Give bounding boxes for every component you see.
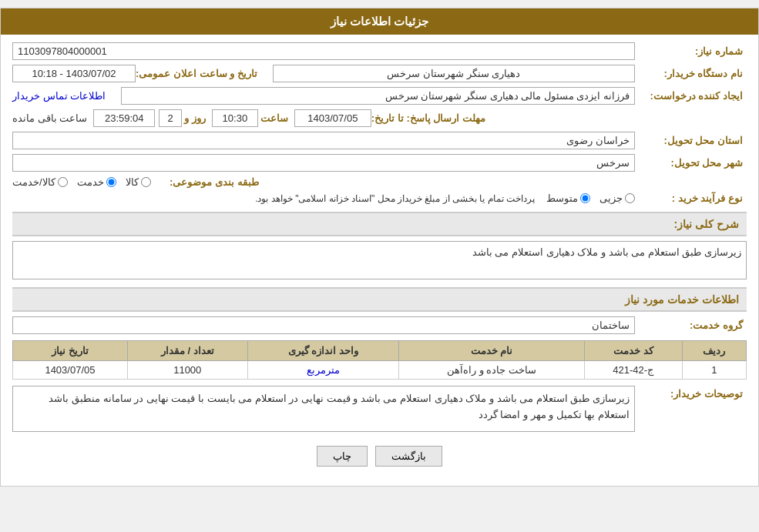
category-kala-khedmat[interactable]: کالا/خدمت: [12, 176, 68, 188]
need-description-value: زیرسازی طبق استعلام می باشد و ملاک دهیار…: [12, 241, 747, 279]
cell-service-code: ج-42-421: [584, 361, 682, 380]
contact-info-link[interactable]: اطلاعات تماس خریدار: [12, 90, 106, 102]
city-label: شهر محل تحویل:: [635, 157, 743, 169]
cell-unit: مترمربع: [247, 361, 398, 380]
table-row: 1 ج-42-421 ساخت جاده و راه‌آهن مترمربع 1…: [13, 361, 747, 380]
buttons-row: بازگشت چاپ: [12, 438, 747, 478]
response-time-label: ساعت: [260, 112, 288, 124]
response-deadline-row: مهلت ارسال پاسخ: تا تاریخ: 1403/07/05 سا…: [12, 109, 747, 127]
cell-date: 1403/07/05: [13, 361, 128, 380]
response-deadline-label: مهلت ارسال پاسخ: تا تاریخ:: [371, 112, 485, 124]
buyer-org-row: نام دستگاه خریدار: دهیاری سنگر شهرستان س…: [12, 65, 747, 82]
col-date: تاریخ نیاز: [13, 341, 128, 361]
purchase-type-row: نوع فرآیند خرید : جزیی متوسط پرداخت تمام…: [12, 192, 747, 204]
province-value: خراسان رضوی: [12, 132, 635, 149]
requester-label: ایجاد کننده درخواست:: [635, 90, 743, 102]
city-value: سرخس: [12, 154, 635, 172]
need-number-value: 1103097804000001: [12, 42, 635, 60]
province-row: استان محل تحویل: خراسان رضوی: [12, 132, 747, 149]
back-button[interactable]: بازگشت: [375, 446, 442, 467]
purchase-type-label: نوع فرآیند خرید :: [635, 192, 743, 204]
category-row: طبقه بندی موضوعی: کالا خدمت کالا/خدمت: [12, 176, 747, 188]
requester-row: ایجاد کننده درخواست: فرزانه ایزدی مسئول …: [12, 87, 747, 105]
service-group-label: گروه خدمت:: [635, 320, 743, 331]
page-header: جزئیات اطلاعات نیاز: [1, 8, 758, 35]
cell-qty: 11000: [127, 361, 247, 380]
buyer-org-label: نام دستگاه خریدار:: [635, 68, 743, 79]
purchase-type-radio-group: جزیی متوسط: [546, 192, 635, 204]
print-button[interactable]: چاپ: [317, 446, 368, 467]
response-days: 2: [159, 109, 182, 127]
services-section-title: اطلاعات خدمات مورد نیاز: [625, 293, 739, 306]
services-section-header: اطلاعات خدمات مورد نیاز: [12, 287, 747, 312]
need-number-label: شماره نیاز:: [635, 45, 743, 57]
response-remaining-label: ساعت باقی مانده: [12, 112, 87, 124]
category-khedmat[interactable]: خدمت: [77, 176, 116, 188]
need-number-row: شماره نیاز: 1103097804000001: [12, 42, 747, 60]
purchase-type-motevaset[interactable]: متوسط: [546, 192, 590, 204]
response-date: 1403/07/05: [294, 109, 371, 127]
need-description-label: شرح کلی نیاز:: [674, 218, 739, 230]
city-row: شهر محل تحویل: سرخس: [12, 154, 747, 172]
category-radio-group: کالا خدمت کالا/خدمت: [12, 176, 151, 188]
category-label: طبقه بندی موضوعی:: [151, 176, 259, 188]
buyer-notes-label: توصیحات خریدار:: [635, 386, 743, 400]
announcement-datetime-label: تاریخ و ساعت اعلان عمومی:: [136, 68, 257, 79]
buyer-org-value: دهیاری سنگر شهرستان سرخس: [273, 65, 635, 82]
purchase-type-note: پرداخت تمام یا بخشی از مبلغ خریداز محل "…: [12, 193, 539, 204]
col-service-name: نام خدمت: [398, 341, 584, 361]
category-kala[interactable]: کالا: [126, 176, 151, 188]
service-group-value: ساختمان: [12, 316, 635, 334]
response-remaining: 23:59:04: [93, 109, 155, 127]
service-group-row: گروه خدمت: ساختمان: [12, 316, 747, 334]
cell-row-num: 1: [682, 361, 746, 380]
col-service-code: کد خدمت: [584, 341, 682, 361]
requester-value: فرزانه ایزدی مسئول مالی دهیاری سنگر شهرس…: [121, 87, 635, 105]
response-time: 10:30: [212, 109, 258, 127]
response-days-label: روز و: [184, 112, 206, 124]
page-title: جزئیات اطلاعات نیاز: [331, 15, 428, 28]
buyer-notes-section: توصیحات خریدار: زیرسازی طبق استعلام می ب…: [12, 386, 747, 432]
cell-service-name: ساخت جاده و راه‌آهن: [398, 361, 584, 380]
col-unit: واحد اندازه گیری: [247, 341, 398, 361]
col-qty: تعداد / مقدار: [127, 341, 247, 361]
purchase-type-joz[interactable]: جزیی: [599, 192, 635, 204]
province-label: استان محل تحویل:: [635, 135, 743, 146]
col-row-num: ردیف: [682, 341, 746, 361]
need-description-section: شرح کلی نیاز:: [12, 212, 747, 236]
announcement-datetime-value: 1403/07/02 - 10:18: [12, 65, 136, 82]
services-table: ردیف کد خدمت نام خدمت واحد اندازه گیری ت…: [12, 340, 747, 380]
need-description-row: زیرسازی طبق استعلام می باشد و ملاک دهیار…: [12, 241, 747, 279]
buyer-notes-value: زیرسازی طبق استعلام می باشد و ملاک دهیار…: [12, 386, 635, 432]
